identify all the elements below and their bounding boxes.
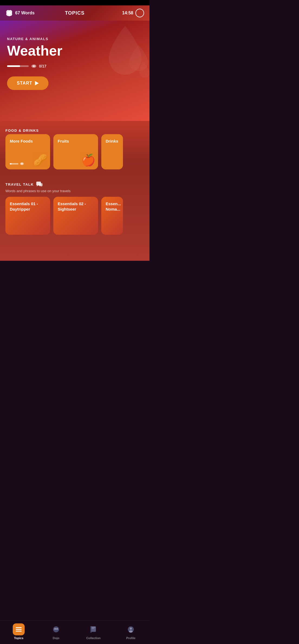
card-essentials-03[interactable]: Essen...Noma... (101, 197, 123, 235)
card-essentials-02[interactable]: Essentials 02 -Sightseer (53, 197, 98, 235)
speech-bubble-icon (36, 181, 43, 187)
svg-rect-11 (39, 183, 43, 186)
food-section-label: FOOD & DRINKS (5, 128, 39, 133)
header-right: 14:58 (122, 9, 144, 17)
card-more-foods[interactable]: More Foods 🥜 (5, 134, 50, 169)
food-illustration: 🥜 (33, 153, 47, 167)
progress-text: 0/17 (39, 64, 46, 68)
header-left: 67 Words (5, 9, 35, 17)
card-name: Essentials 01 -Daytripper (10, 201, 46, 212)
food-section-header: FOOD & DRINKS (5, 128, 144, 133)
card-essentials-01[interactable]: Essentials 01 -Daytripper (5, 197, 50, 235)
card-drinks[interactable]: Drinks (101, 134, 123, 169)
hero-section: NATURE & ANIMALS Weather 0/17 START (0, 21, 150, 121)
word-count: 67 Words (15, 11, 35, 15)
app-header: 67 Words TOPICS 14:58 (0, 5, 150, 21)
card-name: Drinks (106, 139, 119, 144)
travel-section-label: TRAVEL TALK (5, 182, 34, 186)
card-name: Fruits (58, 139, 94, 144)
travel-cards-row: Essentials 01 -Daytripper Essentials 02 … (5, 197, 144, 235)
clover-icon (5, 9, 13, 17)
card-progress-bar (10, 163, 18, 165)
category-label: NATURE & ANIMALS (7, 37, 142, 41)
status-bar (0, 0, 150, 5)
travel-section-desc: Words and phrases to use on your travels (5, 189, 144, 193)
progress-bar (7, 65, 29, 67)
card-fruits[interactable]: Fruits 🍎 (53, 134, 98, 169)
svg-rect-4 (8, 15, 10, 16)
card-name: Essen...Noma... (106, 201, 119, 212)
bg-decoration (98, 23, 150, 94)
content-area: FOOD & DRINKS More Foods 🥜 (0, 121, 150, 261)
start-button[interactable]: START (7, 76, 48, 90)
svg-point-6 (33, 65, 35, 67)
food-drinks-section: FOOD & DRINKS More Foods 🥜 (0, 121, 150, 174)
card-name: Essentials 02 -Sightseer (58, 201, 94, 212)
svg-point-8 (21, 163, 23, 165)
card-eye-icon (20, 162, 24, 165)
travel-section-header: TRAVEL TALK (5, 181, 144, 187)
food-cards-row: More Foods 🥜 Fruits 🍎 (5, 134, 144, 169)
time-display: 14:58 (122, 11, 133, 15)
play-icon (35, 81, 39, 85)
card-progress (10, 162, 24, 165)
progress-bar-fill (7, 65, 20, 67)
header-title: TOPICS (65, 10, 85, 16)
fruit-illustration: 🍎 (81, 153, 95, 167)
eye-icon (31, 65, 36, 68)
card-name: More Foods (10, 139, 46, 144)
card-progress-fill (10, 163, 11, 165)
start-button-label: START (17, 81, 32, 86)
travel-talk-section: TRAVEL TALK Words and phrases to use on … (0, 174, 150, 239)
circle-button[interactable] (135, 9, 144, 17)
